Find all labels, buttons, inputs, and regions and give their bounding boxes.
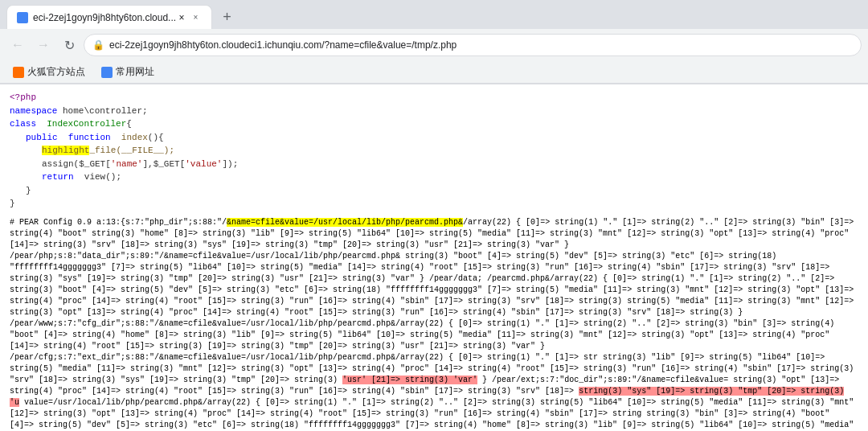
bookmark-item-2[interactable]: 常用网址 bbox=[95, 64, 161, 80]
bookmark-icon-1 bbox=[13, 67, 24, 78]
code-line-8: } bbox=[26, 184, 858, 198]
code-line-2: namespace home\controller; bbox=[10, 105, 858, 118]
address-bar[interactable]: 🔒 eci-2zej1goyn9jh8hty6ton.cloudeci1.ich… bbox=[84, 34, 862, 56]
tab-title: eci-2zej1goyn9jh8hty6ton.cloud... × bbox=[33, 12, 184, 23]
nav-bar: ← → ↻ 🔒 eci-2zej1goyn9jh8hty6ton.cloudec… bbox=[0, 29, 868, 61]
code-line-4: public function index(){ bbox=[26, 131, 858, 145]
active-tab[interactable]: eci-2zej1goyn9jh8hty6ton.cloud... × × bbox=[6, 5, 212, 29]
bookmark-icon-2 bbox=[101, 67, 113, 78]
back-button[interactable]: ← bbox=[6, 34, 29, 56]
dump-content: # PEAR Config 0.9 a:13:{s:7:"php_dir";s:… bbox=[10, 218, 854, 432]
browser-chrome: eci-2zej1goyn9jh8hty6ton.cloud... × × + … bbox=[0, 0, 868, 84]
forward-button[interactable]: → bbox=[32, 34, 55, 56]
page-content: <?php namespace home\controller; class I… bbox=[0, 84, 868, 431]
highlight-function: highlight bbox=[42, 146, 89, 155]
tab-bar: eci-2zej1goyn9jh8hty6ton.cloud... × × + bbox=[0, 0, 868, 29]
code-line-1: <?php bbox=[10, 91, 858, 105]
code-line-5: highlight_file(__FILE__); bbox=[42, 144, 858, 158]
php-source-code: <?php namespace home\controller; class I… bbox=[10, 91, 858, 211]
data-dump-section: # PEAR Config 0.9 a:13:{s:7:"php_dir";s:… bbox=[10, 217, 858, 432]
tab-favicon bbox=[17, 12, 28, 23]
new-tab-button[interactable]: + bbox=[215, 6, 238, 28]
code-line-3: class IndexController{ bbox=[10, 117, 858, 131]
url-text: eci-2zej1goyn9jh8hty6ton.cloudeci1.ichun… bbox=[109, 39, 853, 51]
code-line-7: return view(); bbox=[42, 170, 858, 184]
bookmark-item-1[interactable]: 火狐官方站点 bbox=[6, 64, 92, 80]
reload-button[interactable]: ↻ bbox=[58, 34, 80, 56]
lock-icon: 🔒 bbox=[92, 39, 104, 51]
code-line-9: } bbox=[10, 197, 858, 211]
bookmark-label-2: 常用网址 bbox=[116, 65, 154, 79]
bookmarks-bar: 火狐官方站点 常用网址 bbox=[0, 61, 868, 84]
code-line-6: assign($_GET['name'],$_GET['value']); bbox=[42, 158, 858, 171]
bookmark-label-1: 火狐官方站点 bbox=[27, 65, 85, 79]
tab-close-button[interactable]: × bbox=[189, 11, 202, 24]
